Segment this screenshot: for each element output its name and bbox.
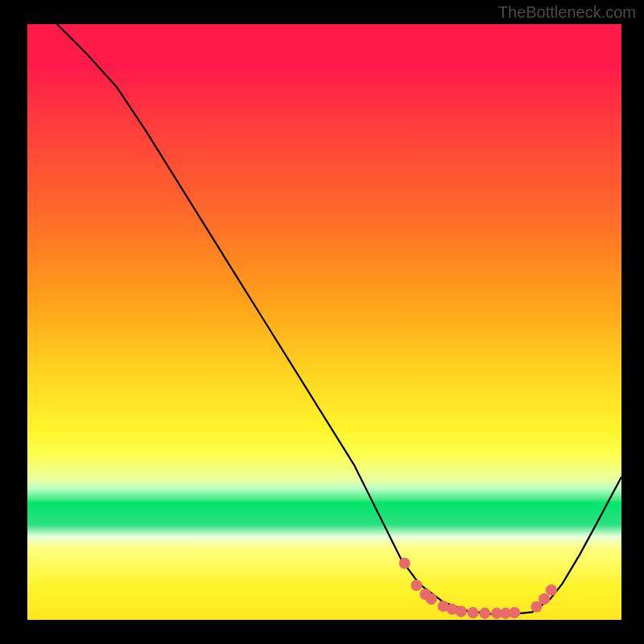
chart-frame: TheBottleneck.com xyxy=(0,0,644,644)
data-marker xyxy=(399,558,411,569)
plot-area xyxy=(27,24,621,620)
data-marker xyxy=(546,584,557,596)
data-marker xyxy=(479,608,490,619)
attribution-label: TheBottleneck.com xyxy=(498,3,636,22)
data-marker xyxy=(456,606,467,617)
data-marker xyxy=(539,593,550,605)
bottleneck-curve xyxy=(57,24,621,614)
data-marker xyxy=(426,593,437,605)
data-marker xyxy=(467,607,478,618)
curve-layer xyxy=(27,24,621,620)
data-marker xyxy=(411,580,422,591)
data-marker xyxy=(509,607,520,618)
marker-group xyxy=(399,558,557,619)
